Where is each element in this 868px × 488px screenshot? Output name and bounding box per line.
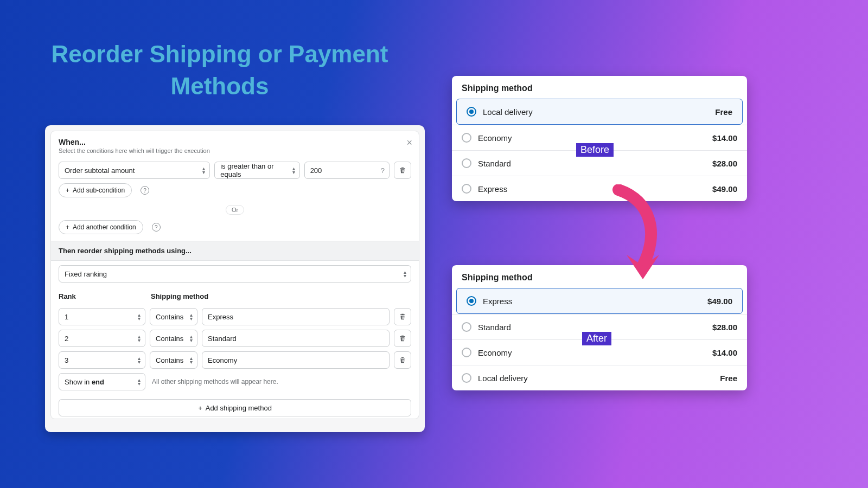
shipping-option[interactable]: Local delivery Free xyxy=(456,99,743,125)
rank-select[interactable]: 3 xyxy=(59,351,145,369)
page-title: Reorder Shipping or Payment Methods xyxy=(46,38,393,102)
when-heading: When... xyxy=(59,138,411,146)
chevron-updown-icon xyxy=(138,356,141,364)
input-value: Express xyxy=(208,313,233,321)
trash-icon xyxy=(399,356,406,364)
shipping-name: Express xyxy=(478,184,507,194)
help-icon[interactable]: ? xyxy=(152,223,161,232)
input-value: Standard xyxy=(208,335,237,343)
shipping-price: Free xyxy=(715,107,732,117)
select-value: Order subtotal amount xyxy=(65,166,135,175)
shipping-header: Shipping method xyxy=(452,265,747,288)
close-icon[interactable]: × xyxy=(406,138,412,147)
column-method-header: Shipping method xyxy=(151,292,411,300)
radio-icon xyxy=(462,348,471,357)
add-sub-condition-button[interactable]: + Add sub-condition xyxy=(59,183,132,197)
delete-condition-button[interactable] xyxy=(394,162,411,179)
radio-icon xyxy=(467,107,476,117)
select-value: 1 xyxy=(65,313,68,321)
match-operator-select[interactable]: Contains xyxy=(150,351,197,369)
shipping-header: Shipping method xyxy=(452,76,747,99)
then-heading: Then reorder shipping methods using... xyxy=(51,241,419,261)
plus-icon: + xyxy=(66,223,69,231)
or-separator: Or xyxy=(226,205,244,215)
input-value: Economy xyxy=(208,356,237,364)
select-value: Contains xyxy=(156,335,183,343)
before-badge: Before xyxy=(576,143,614,157)
rank-row: 3 Contains Economy xyxy=(51,349,419,371)
select-value: 3 xyxy=(65,356,68,364)
select-value: Fixed ranking xyxy=(65,270,107,278)
when-description: Select the conditions here which will tr… xyxy=(59,147,411,154)
button-label: Add sub-condition xyxy=(73,187,125,194)
match-operator-select[interactable]: Contains xyxy=(150,308,197,325)
condition-operator-select[interactable]: is greater than or equals xyxy=(214,162,299,179)
radio-icon xyxy=(462,133,471,143)
shipping-name: Economy xyxy=(478,133,512,143)
rank-row: 2 Contains Standard xyxy=(51,328,419,349)
radio-icon xyxy=(467,296,476,306)
arrow-icon xyxy=(608,184,667,287)
method-name-input[interactable]: Express xyxy=(202,308,390,325)
delete-row-button[interactable] xyxy=(394,308,411,325)
add-another-condition-button[interactable]: + Add another condition xyxy=(59,220,143,234)
chevron-updown-icon xyxy=(138,313,141,320)
shipping-price: $49.00 xyxy=(707,297,732,306)
match-operator-select[interactable]: Contains xyxy=(150,330,197,347)
radio-icon xyxy=(462,158,471,168)
help-icon[interactable]: ? xyxy=(141,186,149,195)
shipping-name: Standard xyxy=(478,323,511,332)
chevron-updown-icon xyxy=(190,335,193,342)
shipping-price: $14.00 xyxy=(712,348,737,357)
shipping-price: Free xyxy=(720,374,737,383)
chevron-updown-icon xyxy=(138,335,141,342)
shipping-option[interactable]: Express $49.00 xyxy=(456,288,743,314)
radio-icon xyxy=(462,322,471,332)
shipping-name: Local delivery xyxy=(483,107,533,117)
rule-editor-panel: When... Select the conditions here which… xyxy=(45,125,425,432)
radio-icon xyxy=(462,373,471,383)
shipping-name: Standard xyxy=(478,159,511,168)
after-badge: After xyxy=(582,332,611,345)
column-rank-header: Rank xyxy=(59,292,151,300)
show-in-end-select[interactable]: Show in end xyxy=(59,373,145,390)
shipping-price: $28.00 xyxy=(712,159,737,168)
select-value: Contains xyxy=(156,313,183,321)
chevron-updown-icon xyxy=(404,270,406,278)
rank-row: 1 Contains Express xyxy=(51,306,419,328)
input-value: 200 xyxy=(310,166,322,175)
chevron-updown-icon xyxy=(292,166,295,174)
radio-icon xyxy=(462,184,471,194)
trash-icon xyxy=(399,313,406,320)
shipping-name: Economy xyxy=(478,348,512,357)
shipping-option[interactable]: Express $49.00 xyxy=(452,176,747,201)
delete-row-button[interactable] xyxy=(394,351,411,369)
button-label: Add shipping method xyxy=(206,404,272,412)
method-name-input[interactable]: Standard xyxy=(202,330,390,347)
chevron-updown-icon xyxy=(190,356,193,364)
delete-row-button[interactable] xyxy=(394,330,411,347)
select-value: is greater than or equals xyxy=(220,162,293,178)
ranking-mode-select[interactable]: Fixed ranking xyxy=(59,265,411,282)
select-value: Show in end xyxy=(65,378,104,386)
rank-select[interactable]: 2 xyxy=(59,330,145,347)
rank-select[interactable]: 1 xyxy=(59,308,145,325)
help-icon[interactable]: ? xyxy=(381,166,385,175)
shipping-name: Local delivery xyxy=(478,374,528,383)
shipping-price: $49.00 xyxy=(712,184,737,194)
button-label: Add another condition xyxy=(73,223,136,231)
trash-icon xyxy=(399,335,406,342)
add-shipping-method-button[interactable]: + Add shipping method xyxy=(59,399,411,416)
select-value: 2 xyxy=(65,335,68,343)
condition-value-input[interactable]: 200 ? xyxy=(304,162,390,179)
chevron-updown-icon xyxy=(190,313,193,320)
chevron-updown-icon xyxy=(202,166,205,174)
shipping-price: $14.00 xyxy=(712,133,737,143)
when-section: When... Select the conditions here which… xyxy=(50,131,419,419)
show-in-end-hint: All other shipping methods will appear h… xyxy=(150,378,278,386)
shipping-name: Express xyxy=(483,297,512,306)
shipping-option[interactable]: Local delivery Free xyxy=(452,365,747,390)
condition-field-select[interactable]: Order subtotal amount xyxy=(59,162,210,179)
method-name-input[interactable]: Economy xyxy=(202,351,390,369)
plus-icon: + xyxy=(198,404,202,412)
